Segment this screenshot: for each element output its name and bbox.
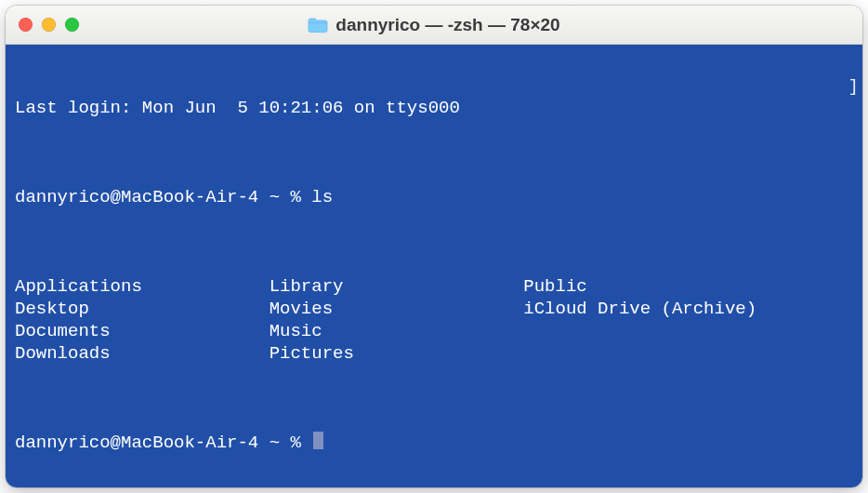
folder-icon [308,17,328,33]
cursor-icon [313,432,323,449]
wrap-marker: ] [848,75,859,98]
ls-cell: Music [270,320,524,342]
ls-cell: Pictures [270,342,524,365]
ls-cell: Downloads [15,342,270,365]
ls-cell [523,342,857,365]
titlebar[interactable]: dannyrico — -zsh — 78×20 [6,6,862,45]
close-button[interactable] [19,18,33,32]
title-center: dannyrico — -zsh — 78×20 [6,15,862,35]
ls-cell: Desktop [15,298,270,320]
last-login-line: Last login: Mon Jun 5 10:21:06 on ttys00… [15,97,857,119]
ls-cell: Movies [270,298,524,320]
command-1: ls [311,187,333,207]
ls-cell [523,320,857,342]
window-title: dannyrico — -zsh — 78×20 [335,15,559,35]
traffic-lights [6,18,79,32]
ls-cell: Library [270,275,524,298]
zoom-button[interactable] [65,18,79,32]
prompt-1: dannyrico@MacBook-Air-4 ~ % [15,187,311,207]
terminal-body[interactable]: Last login: Mon Jun 5 10:21:06 on ttys00… [6,45,862,487]
ls-cell: Applications [15,275,270,298]
ls-output: Applications Library Public Desktop Movi… [15,275,857,365]
ls-cell: Public [523,275,857,298]
command-line-2[interactable]: dannyrico@MacBook-Air-4 ~ % [15,432,857,454]
ls-cell: Documents [15,320,270,342]
prompt-2: dannyrico@MacBook-Air-4 ~ % [15,433,311,453]
minimize-button[interactable] [42,18,56,32]
ls-cell: iCloud Drive (Archive) [523,298,857,320]
command-line-1: dannyrico@MacBook-Air-4 ~ % ls [15,186,857,208]
terminal-window: dannyrico — -zsh — 78×20 Last login: Mon… [6,6,862,487]
